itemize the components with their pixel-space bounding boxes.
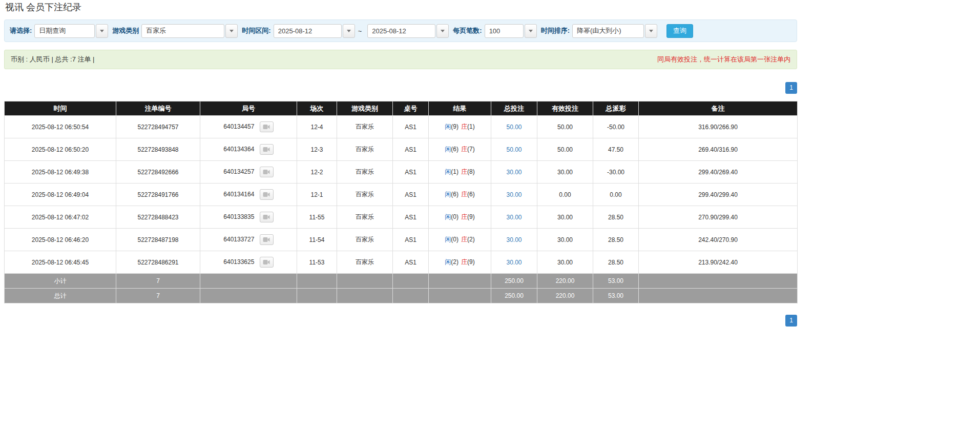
cell-game: 百家乐 bbox=[337, 184, 393, 206]
date-from-input[interactable] bbox=[274, 24, 342, 38]
video-replay-button[interactable] bbox=[260, 257, 274, 268]
cell-valid-bet: 30.00 bbox=[537, 251, 593, 274]
cell-total-bet: 30.00 bbox=[491, 206, 537, 229]
cell-game: 百家乐 bbox=[337, 206, 393, 229]
total-payout: 53.00 bbox=[593, 289, 639, 303]
time-sort-combobox bbox=[572, 24, 657, 38]
cell-note: 242.40/270.90 bbox=[639, 229, 798, 251]
cell-time: 2025-08-12 06:50:54 bbox=[5, 116, 116, 138]
video-camera-icon bbox=[263, 124, 270, 130]
total-bet-link[interactable]: 50.00 bbox=[506, 124, 522, 131]
cell-payout: -50.00 bbox=[593, 116, 639, 138]
cell-total-bet: 30.00 bbox=[491, 251, 537, 274]
query-type-input[interactable] bbox=[34, 24, 95, 38]
cell-round-id: 640134364 bbox=[200, 138, 297, 161]
query-type-dropdown-button[interactable] bbox=[96, 24, 108, 38]
query-type-combobox bbox=[34, 24, 108, 38]
game-type-dropdown-button[interactable] bbox=[225, 24, 238, 38]
per-page-label: 每页笔数: bbox=[453, 26, 482, 35]
result-player-label: 闲 bbox=[445, 168, 451, 175]
result-banker-score: (1) bbox=[467, 123, 475, 130]
total-total-bet: 250.00 bbox=[491, 289, 537, 303]
video-replay-button[interactable] bbox=[260, 167, 274, 177]
cell-time: 2025-08-12 06:45:45 bbox=[5, 251, 116, 274]
video-replay-button[interactable] bbox=[260, 212, 274, 222]
cell-round-id: 640133835 bbox=[200, 206, 297, 229]
round-number: 640134257 bbox=[223, 168, 254, 175]
cell-table-no: AS1 bbox=[393, 161, 429, 184]
cell-result: 闲(6)庄(7) bbox=[429, 138, 491, 161]
total-bet-link[interactable]: 50.00 bbox=[506, 146, 522, 153]
date-to-dropdown-button[interactable] bbox=[436, 24, 449, 38]
date-range-label: 时间区间: bbox=[242, 26, 270, 35]
chevron-down-icon bbox=[347, 30, 351, 32]
per-page-combobox bbox=[485, 24, 537, 38]
currency-total-text: 币别 : 人民币 | 总共 :7 注单 | bbox=[11, 55, 95, 64]
cell-time: 2025-08-12 06:46:20 bbox=[5, 229, 116, 251]
result-player-score: (9) bbox=[451, 123, 458, 130]
date-from-dropdown-button[interactable] bbox=[343, 24, 355, 38]
cell-total-bet: 30.00 bbox=[491, 184, 537, 206]
cell-game: 百家乐 bbox=[337, 116, 393, 138]
date-to-input[interactable] bbox=[367, 24, 435, 38]
cell-bet-id: 522728486291 bbox=[116, 251, 200, 274]
video-replay-button[interactable] bbox=[260, 234, 274, 245]
result-player-label: 闲 bbox=[445, 146, 451, 153]
total-bet-link[interactable]: 30.00 bbox=[506, 191, 522, 198]
video-replay-button[interactable] bbox=[260, 121, 274, 132]
col-header-game-type: 游戏类别 bbox=[337, 101, 393, 116]
video-replay-button[interactable] bbox=[260, 189, 274, 200]
per-page-dropdown-button[interactable] bbox=[525, 24, 537, 38]
cell-bet-id: 522728491766 bbox=[116, 184, 200, 206]
result-player-label: 闲 bbox=[445, 191, 451, 198]
time-sort-dropdown-button[interactable] bbox=[645, 24, 657, 38]
per-page-input[interactable] bbox=[485, 24, 524, 38]
per-page-group: 每页笔数: bbox=[453, 24, 536, 38]
total-bet-link[interactable]: 30.00 bbox=[506, 169, 522, 176]
cell-round-id: 640134164 bbox=[200, 184, 297, 206]
cell-game: 百家乐 bbox=[337, 161, 393, 184]
round-number: 640134164 bbox=[223, 191, 254, 198]
pagination-page-1[interactable]: 1 bbox=[785, 82, 797, 94]
result-banker-label: 庄 bbox=[461, 236, 467, 243]
pagination-page-1[interactable]: 1 bbox=[785, 315, 797, 327]
subtotal-label: 小计 bbox=[5, 274, 116, 289]
result-player-score: (6) bbox=[451, 146, 458, 153]
date-range-group: 时间区间: ~ bbox=[242, 24, 449, 38]
table-body: 2025-08-12 06:50:54 522728494757 6401344… bbox=[5, 116, 798, 274]
col-header-result: 结果 bbox=[429, 101, 491, 116]
col-header-note: 备注 bbox=[639, 101, 798, 116]
search-button[interactable]: 查询 bbox=[666, 24, 693, 38]
round-number: 640134457 bbox=[223, 123, 254, 130]
total-bet-link[interactable]: 30.00 bbox=[506, 236, 522, 243]
result-banker-label: 庄 bbox=[461, 123, 467, 130]
cell-table-no: AS1 bbox=[393, 251, 429, 274]
subtotal-total-bet: 250.00 bbox=[491, 274, 537, 289]
cell-valid-bet: 50.00 bbox=[537, 116, 593, 138]
cell-time: 2025-08-12 06:49:04 bbox=[5, 184, 116, 206]
total-bet-link[interactable]: 30.00 bbox=[506, 214, 522, 221]
result-banker-label: 庄 bbox=[461, 146, 467, 153]
pagination-top: 1 bbox=[4, 82, 797, 94]
video-camera-icon bbox=[263, 259, 270, 265]
subtotal-count: 7 bbox=[116, 274, 200, 289]
chevron-down-icon bbox=[441, 30, 445, 32]
cell-total-bet: 50.00 bbox=[491, 116, 537, 138]
subtotal-row: 小计 7 250.00 220.00 53.00 bbox=[5, 274, 798, 289]
time-sort-label: 时间排序: bbox=[541, 26, 570, 35]
cell-result: 闲(0)庄(2) bbox=[429, 229, 491, 251]
table-row: 2025-08-12 06:49:04 522728491766 6401341… bbox=[5, 184, 798, 206]
total-bet-link[interactable]: 30.00 bbox=[506, 259, 522, 266]
cell-session: 12-1 bbox=[297, 184, 337, 206]
date-to-combobox bbox=[367, 24, 449, 38]
video-replay-button[interactable] bbox=[260, 144, 274, 155]
cell-valid-bet: 30.00 bbox=[537, 229, 593, 251]
cell-result: 闲(0)庄(9) bbox=[429, 206, 491, 229]
cell-bet-id: 522728494757 bbox=[116, 116, 200, 138]
cell-valid-bet: 0.00 bbox=[537, 184, 593, 206]
result-banker-label: 庄 bbox=[461, 213, 467, 220]
time-sort-group: 时间排序: bbox=[541, 24, 657, 38]
cell-payout: -30.00 bbox=[593, 161, 639, 184]
time-sort-input[interactable] bbox=[572, 24, 644, 38]
game-type-input[interactable] bbox=[141, 24, 224, 38]
